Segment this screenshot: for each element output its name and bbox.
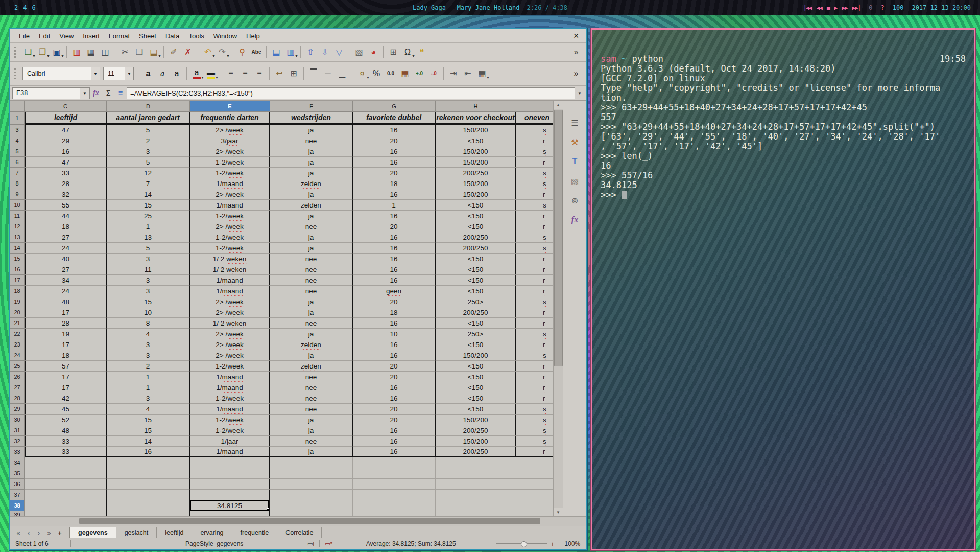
- cell[interactable]: 200/250: [436, 168, 516, 178]
- cell[interactable]: 2> /week: [190, 296, 270, 307]
- cell[interactable]: 16: [353, 436, 436, 447]
- cell[interactable]: <150: [436, 135, 516, 146]
- highlight-color-icon[interactable]: ▬▼: [204, 67, 218, 80]
- cell[interactable]: [270, 479, 353, 490]
- cell[interactable]: 2: [107, 135, 190, 146]
- export-pdf-icon[interactable]: ▥: [70, 45, 83, 59]
- cell[interactable]: 200/250: [436, 243, 516, 254]
- cell[interactable]: 16: [353, 243, 436, 254]
- cell[interactable]: 29: [25, 135, 107, 146]
- row-header-8[interactable]: 8: [10, 178, 25, 189]
- cell[interactable]: 150/200: [436, 350, 516, 361]
- cell[interactable]: zelden: [270, 178, 353, 189]
- tab-nav-next-icon[interactable]: ›: [34, 528, 44, 538]
- cell[interactable]: 16: [353, 211, 436, 221]
- decrease-indent-icon[interactable]: ⇤: [461, 67, 474, 80]
- cell[interactable]: 5: [107, 243, 190, 254]
- cell[interactable]: 10: [107, 307, 190, 318]
- print-preview-icon[interactable]: ◫: [99, 45, 112, 59]
- cell[interactable]: 48: [25, 425, 107, 436]
- cell[interactable]: 28: [25, 178, 107, 189]
- cell[interactable]: s: [516, 243, 553, 254]
- cell[interactable]: 3: [107, 286, 190, 296]
- row-header-26[interactable]: 26: [10, 372, 25, 382]
- cell[interactable]: 1/jaar: [190, 436, 270, 447]
- cell[interactable]: [436, 468, 516, 479]
- insert-row-icon[interactable]: ▤: [270, 45, 283, 59]
- cell[interactable]: 20: [353, 135, 436, 146]
- cell[interactable]: ja: [270, 350, 353, 361]
- cell[interactable]: ja: [270, 157, 353, 168]
- cell[interactable]: 150/200: [436, 125, 516, 135]
- cell[interactable]: 33: [25, 436, 107, 447]
- cell[interactable]: 15: [107, 296, 190, 307]
- cell[interactable]: 1/maand: [190, 447, 270, 457]
- insert-image-icon[interactable]: ▧: [352, 45, 366, 59]
- cell[interactable]: 16: [353, 275, 436, 286]
- cell[interactable]: [353, 457, 436, 468]
- cell[interactable]: r: [516, 361, 553, 372]
- cell[interactable]: 15: [107, 415, 190, 425]
- row-header-1[interactable]: 1: [10, 112, 25, 125]
- cell[interactable]: nee: [270, 436, 353, 447]
- cell[interactable]: [25, 490, 107, 500]
- cell[interactable]: [25, 468, 107, 479]
- scroll-up-icon[interactable]: ▲: [554, 101, 563, 109]
- cell[interactable]: r: [516, 447, 553, 457]
- name-box-dropdown-icon[interactable]: ▼: [80, 88, 89, 99]
- cell[interactable]: 1: [107, 221, 190, 232]
- cell[interactable]: 150/200: [436, 178, 516, 189]
- cell[interactable]: nee: [270, 372, 353, 382]
- column-header-F[interactable]: F: [270, 101, 353, 112]
- undo-icon[interactable]: ↶▼: [201, 45, 214, 59]
- cell[interactable]: 16: [353, 189, 436, 200]
- cell[interactable]: 17: [25, 339, 107, 350]
- cell[interactable]: [516, 511, 553, 516]
- cell[interactable]: [516, 457, 553, 468]
- cell[interactable]: [436, 511, 516, 516]
- header-cell[interactable]: rekenen voor checkout: [436, 112, 516, 125]
- play-button[interactable]: ▶: [834, 5, 838, 11]
- row-header-34[interactable]: 34: [10, 457, 25, 468]
- cell[interactable]: 17: [25, 372, 107, 382]
- header-cell[interactable]: frequentie darten: [190, 112, 270, 125]
- cell[interactable]: nee: [270, 264, 353, 275]
- merge-cells-icon[interactable]: ⊞: [287, 67, 300, 80]
- format-percent-icon[interactable]: %: [370, 67, 383, 80]
- row-header-28[interactable]: 28: [10, 393, 25, 404]
- cell[interactable]: 1/maand: [190, 286, 270, 296]
- underline-icon[interactable]: a: [170, 67, 183, 80]
- redo-icon[interactable]: ↷▼: [216, 45, 229, 59]
- cell[interactable]: zelden: [270, 339, 353, 350]
- row-header-35[interactable]: 35: [10, 468, 25, 479]
- cell[interactable]: 2> /week: [190, 146, 270, 157]
- cell[interactable]: 7: [107, 178, 190, 189]
- cell[interactable]: [436, 500, 516, 511]
- navigator-icon[interactable]: ⊚: [567, 193, 583, 208]
- cell[interactable]: s: [516, 350, 553, 361]
- cell[interactable]: ja: [270, 146, 353, 157]
- cell[interactable]: ja: [270, 329, 353, 339]
- row-header-37[interactable]: 37: [10, 490, 25, 500]
- cell[interactable]: nee: [270, 221, 353, 232]
- cell[interactable]: 40: [25, 254, 107, 264]
- cell[interactable]: [353, 500, 436, 511]
- cell[interactable]: [270, 511, 353, 516]
- cell[interactable]: nee: [270, 404, 353, 415]
- cell[interactable]: [353, 490, 436, 500]
- insert-comment-icon[interactable]: ❝: [415, 45, 428, 59]
- cell[interactable]: s: [516, 125, 553, 135]
- open-folder-icon[interactable]: ❒▼: [36, 45, 49, 59]
- cell[interactable]: <150: [436, 211, 516, 221]
- row-header-13[interactable]: 13: [10, 232, 25, 243]
- row-header-29[interactable]: 29: [10, 404, 25, 415]
- row-header-15[interactable]: 15: [10, 254, 25, 264]
- cell[interactable]: [107, 479, 190, 490]
- cell[interactable]: 200/250: [436, 232, 516, 243]
- cell[interactable]: 16: [353, 146, 436, 157]
- cell[interactable]: 13: [107, 232, 190, 243]
- cell[interactable]: [25, 500, 107, 511]
- cell[interactable]: 2> /week: [190, 125, 270, 135]
- cell[interactable]: 150/200: [436, 415, 516, 425]
- cell[interactable]: 150/200: [436, 189, 516, 200]
